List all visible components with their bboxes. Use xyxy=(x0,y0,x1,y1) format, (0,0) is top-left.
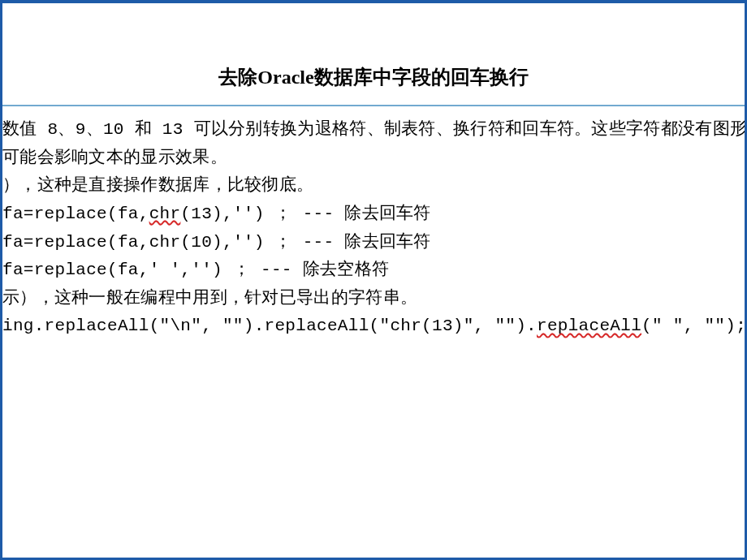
document-content: 去除Oracle数据库中字段的回车换行 数值 8、9、10 和 13 可以分别转… xyxy=(2,3,745,341)
text-line-7: 示），这种一般在编程中用到，针对已导出的字符串。 xyxy=(2,285,745,313)
document-body: 数值 8、9、10 和 13 可以分别转换为退格符、制表符、换行符和回车符。这些… xyxy=(2,116,745,341)
spellcheck-wavy: replaceAll xyxy=(537,317,641,335)
text-line-2: 可能会影响文本的显示效果。 xyxy=(2,144,745,173)
text-line-3: ），这种是直接操作数据库，比较彻底。 xyxy=(2,172,745,200)
text-line-8: ing.replaceAll("\n", "").replaceAll("chr… xyxy=(2,312,745,341)
document-title: 去除Oracle数据库中字段的回车换行 xyxy=(2,64,745,90)
text-line-1: 数值 8、9、10 和 13 可以分别转换为退格符、制表符、换行符和回车符。这些… xyxy=(2,116,745,144)
code-fragment: (13),'') ； --- 除去回车符 xyxy=(180,205,430,223)
text-line-5: fa=replace(fa,chr(10),'') ； --- 除去回车符 xyxy=(2,229,745,257)
code-fragment: ing.replaceAll("\n", "").replaceAll("chr… xyxy=(2,317,537,335)
code-fragment: fa=replace(fa, xyxy=(2,205,149,223)
code-fragment: (" ", ""); xyxy=(641,317,746,335)
text-line-6: fa=replace(fa,' ','') ； --- 除去空格符 xyxy=(2,256,745,285)
spellcheck-wavy: chr xyxy=(149,205,181,223)
text-line-4: fa=replace(fa,chr(13),'') ； --- 除去回车符 xyxy=(2,200,745,229)
title-divider xyxy=(2,105,745,106)
